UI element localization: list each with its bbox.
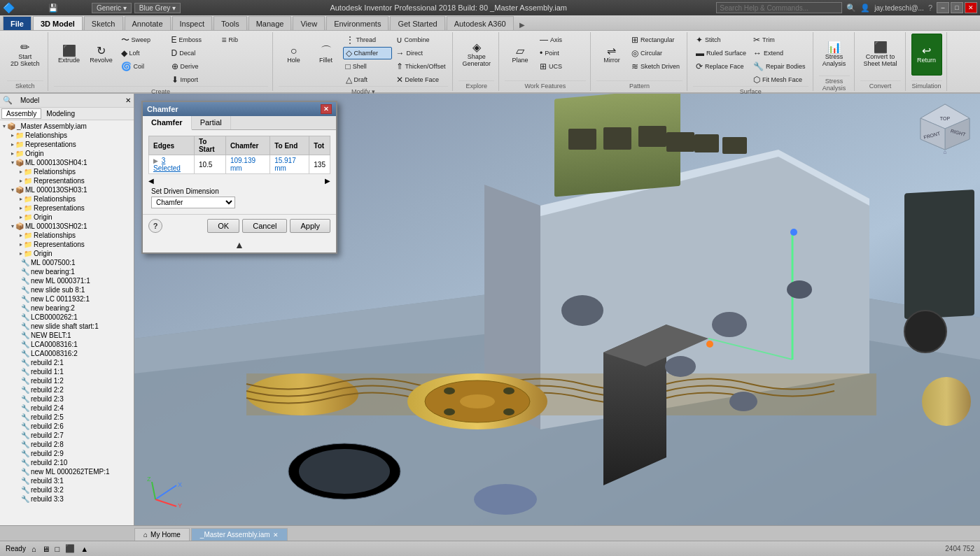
tab-myhome[interactable]: ⌂ My Home <box>134 528 190 541</box>
help-button[interactable]: ? <box>148 219 162 233</box>
tree-item[interactable]: ▸📁Representations <box>1 176 132 185</box>
tab-extra[interactable]: ▶ <box>515 20 529 30</box>
start-2d-sketch-btn[interactable]: ✏ Start2D Sketch <box>7 34 43 76</box>
tab-close-icon[interactable]: ✕ <box>273 532 279 539</box>
sweep-btn[interactable]: 〜 Sweep <box>118 34 167 46</box>
combine-btn[interactable]: ∪ Combine <box>393 34 449 46</box>
tab-a360[interactable]: Autodesk A360 <box>447 16 514 30</box>
chamfer-btn[interactable]: ◇ Chamfer <box>343 47 392 59</box>
sketch-driven-btn[interactable]: ≋ Sketch Driven <box>629 60 682 73</box>
panel-search-icon[interactable]: 🔍 <box>3 96 13 105</box>
tree-item[interactable]: 🔧rebuild 2:8 <box>1 440 132 449</box>
tree-item[interactable]: 🔧rebuild 2:9 <box>1 449 132 458</box>
fillet-btn[interactable]: ⌒ Fillet <box>311 34 342 76</box>
new-btn[interactable]: 🗎 <box>19 1 31 14</box>
tree-item[interactable]: 🔧new bearing:2 <box>1 304 132 313</box>
tab-view[interactable]: View <box>293 16 325 30</box>
tree-item[interactable]: 🔧rebuild 2:7 <box>1 431 132 440</box>
coil-btn[interactable]: 🌀 Coil <box>118 60 167 73</box>
search-icon[interactable]: 🔍 <box>846 3 856 13</box>
loft-btn[interactable]: ◆ Loft <box>118 47 167 59</box>
tree-item[interactable]: ▾📦ML 0000130SH03:1 <box>1 185 132 194</box>
repair-btn[interactable]: 🔧 Repair Bodies <box>750 60 808 73</box>
tab-3dmodel[interactable]: 3D Model <box>33 16 83 30</box>
decal-btn[interactable]: D Decal <box>169 47 218 59</box>
tree-item[interactable]: 🔧NEW BELT:1 <box>1 331 132 340</box>
derive-btn[interactable]: ⊕ Derive <box>169 60 218 73</box>
tree-item[interactable]: 🔧ML 0007500:1 <box>1 258 132 267</box>
tree-item[interactable]: ▾📦_Master Assembly.iam <box>1 122 132 131</box>
close-btn[interactable]: ✕ <box>965 2 977 13</box>
tab-sketch[interactable]: Sketch <box>84 16 123 30</box>
tree-item[interactable]: ▾📦ML 0000130SH04:1 <box>1 158 132 167</box>
ok-button[interactable]: OK <box>207 219 239 233</box>
tree-item[interactable]: 🔧rebuild 3:3 <box>1 494 132 504</box>
ruled-surface-btn[interactable]: ▬ Ruled Surface <box>693 47 749 59</box>
maximize-btn[interactable]: □ <box>951 2 963 13</box>
thread-btn[interactable]: ⋮ Thread <box>343 34 392 46</box>
nav-tri-btn[interactable]: ▲ <box>80 545 88 553</box>
tab-file[interactable]: File <box>3 16 31 30</box>
tab-model[interactable]: Model <box>15 95 44 106</box>
tab-modeling[interactable]: Modeling <box>41 108 80 119</box>
chamfer-tab-partial[interactable]: Partial <box>192 116 231 129</box>
shape-gen-btn[interactable]: ◈ ShapeGenerator <box>458 34 494 76</box>
revolve-btn[interactable]: ↻ Revolve <box>86 34 117 76</box>
tab-inspect[interactable]: Inspect <box>172 16 212 30</box>
tree-item[interactable]: 🔧rebuild 2:10 <box>1 458 132 467</box>
tab-getstarted[interactable]: Get Started <box>390 16 444 30</box>
tree-item[interactable]: ▾📦ML 0000130SH02:1 <box>1 222 132 231</box>
delete-face-btn[interactable]: ✕ Delete Face <box>393 73 449 86</box>
viewcube[interactable]: TOP RIGHT FRONT ⌂ <box>917 101 973 157</box>
undo-btn[interactable]: ↩ <box>61 1 74 14</box>
tree-item[interactable]: 🔧rebuild 2:2 <box>1 385 132 394</box>
tree-item[interactable]: ▸📁Origin <box>1 213 132 222</box>
tree-item[interactable]: ▸📁Representations <box>1 240 132 249</box>
import-btn[interactable]: ⬇ Import <box>169 73 218 86</box>
tree-item[interactable]: 🔧rebuild 1:2 <box>1 376 132 385</box>
tree-item[interactable]: 🔧new bearing:1 <box>1 267 132 276</box>
extrude-btn[interactable]: ⬛ Extrude <box>54 34 85 76</box>
tree-item[interactable]: 🔧LCA0008316:2 <box>1 349 132 358</box>
tree-item[interactable]: 🔧rebuild 2:6 <box>1 422 132 431</box>
hole-btn[interactable]: ○ Hole <box>279 34 309 76</box>
tree-item[interactable]: 🔧new LC 0011932:1 <box>1 294 132 304</box>
nav-box-btn[interactable]: ⬛ <box>65 544 75 553</box>
axis-btn[interactable]: — Axis <box>537 34 586 46</box>
tree-item[interactable]: 🔧rebuild 3:1 <box>1 476 132 485</box>
tree-item[interactable]: 🔧new ML 0000262TEMP:1 <box>1 467 132 476</box>
tab-annotate[interactable]: Annotate <box>125 16 171 30</box>
minimize-btn[interactable]: – <box>937 2 949 13</box>
tree-item[interactable]: 🔧new ML 0000371:1 <box>1 276 132 285</box>
tree-item[interactable]: 🔧rebuild 3:2 <box>1 485 132 494</box>
apply-button[interactable]: Apply <box>290 219 330 233</box>
circular-btn[interactable]: ◎ Circular <box>629 47 682 59</box>
draft-btn[interactable]: △ Draft <box>343 73 392 86</box>
convert-sheet-btn[interactable]: ⬛ Convert toSheet Metal <box>860 34 901 76</box>
tree-item[interactable]: ▸📁Relationships <box>1 167 132 176</box>
tree-item[interactable]: ▸📁Relationships <box>1 194 132 204</box>
rectangular-btn[interactable]: ⊞ Rectangular <box>629 34 682 46</box>
help-btn[interactable]: ? <box>928 3 932 12</box>
tree-item[interactable]: ▸📁Relationships <box>1 131 132 140</box>
scroll-right-btn[interactable]: ▶ <box>325 177 330 185</box>
plane-btn[interactable]: ▱ Plane <box>505 34 536 76</box>
tree-item[interactable]: 🔧new slide sub 8:1 <box>1 285 132 294</box>
trim-btn[interactable]: ✂ Trim <box>750 34 808 46</box>
direct-btn[interactable]: → Direct <box>393 47 449 59</box>
tree-item[interactable]: ▸📁Representations <box>1 204 132 213</box>
save-btn[interactable]: 💾 <box>47 1 59 14</box>
ucs-btn[interactable]: ⊞ UCS <box>537 60 586 73</box>
shell-btn[interactable]: □ Shell <box>343 60 392 73</box>
tree-item[interactable]: 🔧rebuild 2:4 <box>1 404 132 413</box>
emboss-btn[interactable]: E Emboss <box>169 34 218 46</box>
cancel-button[interactable]: Cancel <box>242 219 287 233</box>
return-btn[interactable]: ↩ Return <box>911 34 942 76</box>
tree-item[interactable]: ▸📁Relationships <box>1 231 132 240</box>
tab-tools[interactable]: Tools <box>214 16 247 30</box>
tree-item[interactable]: 🔧new slide shaft start:1 <box>1 322 132 331</box>
open-btn[interactable]: 🗁 <box>33 1 46 14</box>
tree-item[interactable]: 🔧LCB0000262:1 <box>1 313 132 322</box>
tree-item[interactable]: ▸📁Origin <box>1 149 132 158</box>
tree-item[interactable]: 🔧rebuild 1:1 <box>1 367 132 376</box>
